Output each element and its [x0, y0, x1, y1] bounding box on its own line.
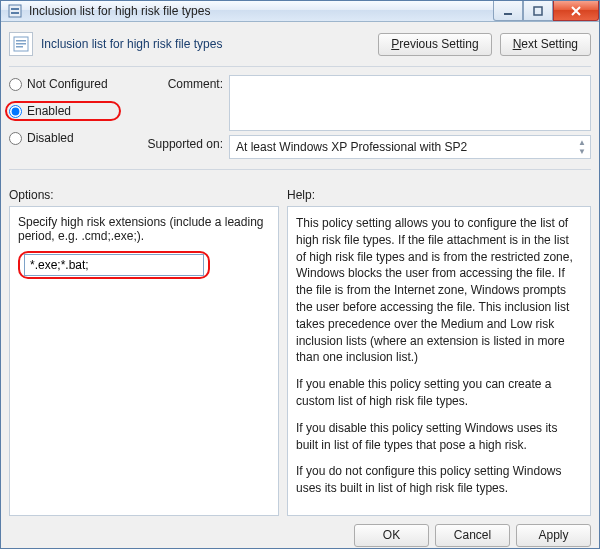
- help-paragraph: If you do not configure this policy sett…: [296, 463, 582, 497]
- options-label: Options:: [9, 188, 279, 202]
- svg-rect-2: [11, 12, 19, 14]
- page-icon: [9, 32, 33, 56]
- extensions-input[interactable]: [24, 254, 204, 276]
- minimize-icon: [503, 6, 513, 16]
- next-setting-button[interactable]: Next Setting: [500, 33, 591, 56]
- svg-rect-8: [16, 46, 23, 48]
- help-paragraph: This policy setting allows you to config…: [296, 215, 582, 366]
- close-icon: [570, 5, 582, 17]
- help-pane: Help: This policy setting allows you to …: [287, 188, 591, 516]
- radio-not-configured-input[interactable]: [9, 78, 22, 91]
- help-paragraph: If you enable this policy setting you ca…: [296, 376, 582, 410]
- config-row: Not Configured Enabled Disabled Comment:: [9, 75, 591, 159]
- maximize-button[interactable]: [523, 1, 553, 21]
- svg-rect-1: [11, 8, 19, 10]
- supported-on-text: At least Windows XP Professional with SP…: [236, 140, 467, 154]
- comment-input[interactable]: [229, 75, 591, 131]
- svg-rect-6: [16, 40, 26, 42]
- titlebar[interactable]: Inclusion list for high risk file types: [1, 1, 599, 22]
- help-paragraph: If you disable this policy setting Windo…: [296, 420, 582, 454]
- supported-on-value: At least Windows XP Professional with SP…: [229, 135, 591, 159]
- page-title: Inclusion list for high risk file types: [41, 37, 222, 51]
- policy-dialog: Inclusion list for high risk file types …: [0, 0, 600, 549]
- highlight-annotation: [18, 251, 210, 279]
- svg-rect-4: [534, 7, 542, 15]
- state-radios: Not Configured Enabled Disabled: [9, 75, 121, 159]
- scroll-arrows[interactable]: ▲▼: [578, 138, 588, 156]
- svg-rect-0: [9, 5, 21, 17]
- radio-disabled-input[interactable]: [9, 132, 22, 145]
- help-label: Help:: [287, 188, 591, 202]
- divider: [9, 169, 591, 170]
- radio-not-configured[interactable]: Not Configured: [9, 77, 121, 91]
- radio-disabled[interactable]: Disabled: [9, 131, 121, 145]
- window-title: Inclusion list for high risk file types: [29, 4, 493, 18]
- radio-enabled-label: Enabled: [27, 104, 71, 118]
- client-area: Inclusion list for high risk file types …: [1, 22, 599, 549]
- options-box: Specify high risk extensions (include a …: [9, 206, 279, 516]
- comment-label: Comment:: [139, 75, 223, 91]
- radio-enabled[interactable]: Enabled: [5, 101, 121, 121]
- apply-button[interactable]: Apply: [516, 524, 591, 547]
- close-button[interactable]: [553, 1, 599, 21]
- dialog-footer: OK Cancel Apply: [9, 516, 591, 547]
- radio-not-configured-label: Not Configured: [27, 77, 108, 91]
- policy-icon: [7, 3, 23, 19]
- supported-on-label: Supported on:: [139, 135, 223, 151]
- svg-rect-7: [16, 43, 26, 45]
- maximize-icon: [533, 6, 543, 16]
- lower-panes: Options: Specify high risk extensions (i…: [9, 188, 591, 516]
- help-box[interactable]: This policy setting allows you to config…: [287, 206, 591, 516]
- header-row: Inclusion list for high risk file types …: [9, 32, 591, 56]
- minimize-button[interactable]: [493, 1, 523, 21]
- window-buttons: [493, 1, 599, 21]
- radio-enabled-input[interactable]: [9, 105, 22, 118]
- previous-setting-button[interactable]: Previous Setting: [378, 33, 491, 56]
- radio-disabled-label: Disabled: [27, 131, 74, 145]
- cancel-button[interactable]: Cancel: [435, 524, 510, 547]
- options-hint: Specify high risk extensions (include a …: [18, 215, 270, 243]
- divider: [9, 66, 591, 67]
- options-pane: Options: Specify high risk extensions (i…: [9, 188, 279, 516]
- svg-rect-3: [504, 13, 512, 15]
- ok-button[interactable]: OK: [354, 524, 429, 547]
